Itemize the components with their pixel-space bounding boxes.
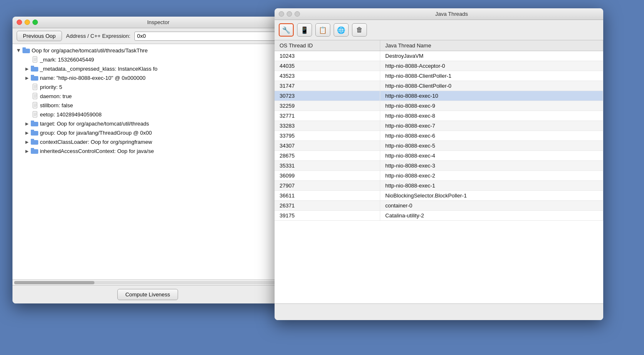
- table-row[interactable]: 34307http-nio-8088-exec-5: [275, 141, 603, 151]
- threads-table: OS Thread ID Java Thread Name 10243Destr…: [275, 40, 603, 221]
- java-thread-name-cell: http-nio-8088-exec-6: [380, 131, 603, 141]
- tree-item-label: _metadata._compressed_klass: InstanceKla…: [40, 66, 158, 72]
- table-row[interactable]: 44035http-nio-8088-Acceptor-0: [275, 61, 603, 71]
- folder-icon: [31, 148, 38, 154]
- file-icon: [32, 84, 38, 90]
- inspector-content: Oop for org/apache/tomcat/util/threads/T…: [12, 44, 283, 285]
- toolbar-inspect-button[interactable]: 🔧: [279, 23, 294, 37]
- tree-item-label: Oop for org/apache/tomcat/util/threads/T…: [32, 47, 148, 54]
- expand-arrow-icon[interactable]: [24, 121, 30, 126]
- table-row[interactable]: 35331http-nio-8088-exec-3: [275, 161, 603, 171]
- table-row[interactable]: 26371container-0: [275, 201, 603, 211]
- os-thread-id-cell: 30723: [275, 91, 380, 101]
- java-thread-name-cell: http-nio-8088-exec-7: [380, 121, 603, 131]
- table-row[interactable]: 36099http-nio-8088-exec-2: [275, 171, 603, 181]
- threads-maximize-btn[interactable]: [295, 11, 300, 17]
- tree-item-label: eetop: 140289494059008: [40, 111, 102, 118]
- java-thread-name-cell: http-nio-8088-ClientPoller-0: [380, 81, 603, 91]
- os-thread-id-cell: 26371: [275, 201, 380, 211]
- java-thread-name-cell: http-nio-8088-exec-3: [380, 161, 603, 171]
- tree-item[interactable]: target: Oop for org/apache/tomcat/util/t…: [12, 119, 283, 128]
- close-button[interactable]: ✕: [17, 20, 22, 25]
- table-row[interactable]: 10243DestroyJavaVM: [275, 51, 603, 61]
- table-row[interactable]: 33283http-nio-8088-exec-7: [275, 121, 603, 131]
- scrollbar-track: [14, 281, 281, 284]
- maximize-button[interactable]: +: [32, 20, 38, 25]
- toolbar-trash-button[interactable]: 🗑: [352, 23, 367, 37]
- folder-icon: [31, 121, 38, 126]
- java-thread-name-cell: DestroyJavaVM: [380, 51, 603, 61]
- table-row[interactable]: 39175Catalina-utility-2: [275, 211, 603, 221]
- table-row[interactable]: 33795http-nio-8088-exec-6: [275, 131, 603, 141]
- tree-item: daemon: true: [12, 91, 283, 101]
- tree-item-label: target: Oop for org/apache/tomcat/util/t…: [40, 121, 149, 127]
- expand-arrow-icon[interactable]: [24, 130, 30, 136]
- table-row[interactable]: 27907http-nio-8088-exec-1: [275, 181, 603, 191]
- tree-item[interactable]: contextClassLoader: Oop for org/springfr…: [12, 137, 283, 146]
- tree-item-label: inheritedAccessControlContext: Oop for j…: [40, 148, 154, 154]
- tree-view[interactable]: Oop for org/apache/tomcat/util/threads/T…: [12, 44, 283, 279]
- table-row[interactable]: 32771http-nio-8088-exec-8: [275, 111, 603, 121]
- compute-liveness-button[interactable]: Compute Liveness: [117, 289, 178, 300]
- tree-item[interactable]: _metadata._compressed_klass: InstanceKla…: [12, 64, 283, 73]
- table-row[interactable]: 36611NioBlockingSelector.BlockPoller-1: [275, 191, 603, 201]
- java-thread-name-cell: http-nio-8088-exec-5: [380, 141, 603, 151]
- expand-arrow-icon[interactable]: [24, 66, 30, 71]
- minimize-button[interactable]: –: [25, 20, 30, 25]
- os-thread-id-cell: 10243: [275, 51, 380, 61]
- threads-close-btn[interactable]: [279, 11, 284, 17]
- java-thread-name-cell: container-0: [380, 201, 603, 211]
- address-input[interactable]: [134, 32, 279, 41]
- toolbar-copy-button[interactable]: 📋: [315, 23, 330, 37]
- file-icon: [32, 102, 38, 108]
- tree-item-label: contextClassLoader: Oop for org/springfr…: [40, 139, 152, 145]
- os-thread-id-cell: 32259: [275, 101, 380, 111]
- svg-rect-31: [31, 139, 34, 141]
- tree-item-label: priority: 5: [40, 84, 62, 90]
- folder-icon: [22, 47, 30, 53]
- java-thread-name-cell: http-nio-8088-exec-8: [380, 111, 603, 121]
- traffic-lights: ✕ – +: [17, 20, 38, 25]
- col-java-thread-name: Java Thread Name: [380, 40, 603, 51]
- threads-table-body: 10243DestroyJavaVM44035http-nio-8088-Acc…: [275, 51, 603, 221]
- tree-item: eetop: 140289494059008: [12, 110, 283, 119]
- table-scroll-wrapper[interactable]: OS Thread ID Java Thread Name 10243Destr…: [275, 40, 603, 303]
- java-thread-name-cell: http-nio-8088-exec-9: [380, 101, 603, 111]
- tree-item: _mark: 153266045449: [12, 55, 283, 64]
- prev-oop-button[interactable]: Previous Oop: [17, 31, 62, 41]
- table-row[interactable]: 30723http-nio-8088-exec-10: [275, 91, 603, 101]
- table-row[interactable]: 43523http-nio-8088-ClientPoller-1: [275, 71, 603, 81]
- threads-minimize-btn[interactable]: [287, 11, 292, 17]
- toolbar-phone-button[interactable]: 📱: [297, 23, 312, 37]
- expand-arrow-icon[interactable]: [24, 148, 30, 154]
- os-thread-id-cell: 44035: [275, 61, 380, 71]
- col-os-thread-id: OS Thread ID: [275, 40, 380, 51]
- tree-item[interactable]: inheritedAccessControlContext: Oop for j…: [12, 146, 283, 155]
- threads-toolbar: 🔧📱📋🌐🗑: [275, 20, 603, 40]
- threads-table-container: OS Thread ID Java Thread Name 10243Destr…: [275, 40, 603, 303]
- expand-arrow-icon[interactable]: [24, 75, 30, 81]
- table-row[interactable]: 28675http-nio-8088-exec-4: [275, 151, 603, 161]
- os-thread-id-cell: 43523: [275, 71, 380, 81]
- file-icon: [32, 111, 38, 118]
- tree-item[interactable]: name: "http-nio-8088-exec-10" @ 0x000000: [12, 73, 283, 82]
- svg-rect-33: [31, 148, 34, 150]
- tree-item[interactable]: group: Oop for java/lang/ThreadGroup @ 0…: [12, 128, 283, 137]
- inspector-title: Inspector: [38, 19, 279, 25]
- toolbar-info-button[interactable]: 🌐: [334, 23, 349, 37]
- java-thread-name-cell: http-nio-8088-exec-4: [380, 151, 603, 161]
- java-thread-name-cell: Catalina-utility-2: [380, 211, 603, 221]
- java-thread-name-cell: NioBlockingSelector.BlockPoller-1: [380, 191, 603, 201]
- folder-icon: [31, 139, 38, 145]
- table-row[interactable]: 31747http-nio-8088-ClientPoller-0: [275, 81, 603, 91]
- expand-arrow-icon[interactable]: [16, 47, 22, 53]
- tree-item-label: stillborn: false: [40, 102, 73, 108]
- table-row[interactable]: 32259http-nio-8088-exec-9: [275, 101, 603, 111]
- threads-footer: [275, 303, 603, 320]
- horizontal-scrollbar[interactable]: [12, 279, 283, 285]
- os-thread-id-cell: 39175: [275, 211, 380, 221]
- expand-arrow-icon[interactable]: [24, 139, 30, 145]
- svg-rect-1: [22, 47, 26, 49]
- tree-item[interactable]: Oop for org/apache/tomcat/util/threads/T…: [12, 46, 283, 55]
- folder-icon: [31, 66, 38, 71]
